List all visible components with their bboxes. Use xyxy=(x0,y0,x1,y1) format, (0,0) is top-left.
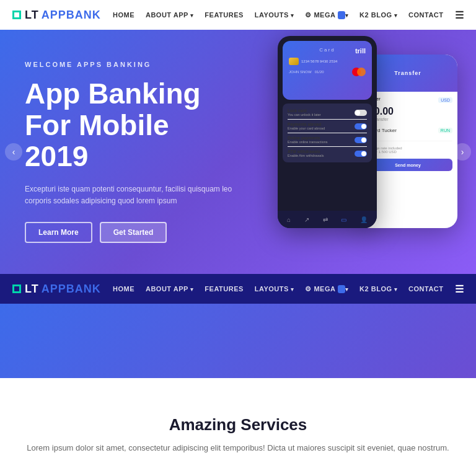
sticky-nav-contact[interactable]: CONTACT xyxy=(408,285,443,293)
online-toggle[interactable] xyxy=(355,137,367,143)
hero-title: App Banking For Mobile 2019 xyxy=(25,78,236,172)
card-chip xyxy=(289,58,299,65)
nav-home[interactable]: HOME xyxy=(113,11,134,19)
setting-online-sub: Enable online transactions xyxy=(288,140,328,144)
card-number: 1234 5678 9430 2534 xyxy=(301,60,337,63)
nav-layouts[interactable]: LAYOUTS xyxy=(255,11,294,19)
get-started-button[interactable]: Get Started xyxy=(100,222,167,243)
hero-content: WELCOME APPS BANKING App Banking For Mob… xyxy=(0,30,260,274)
hero-description: Excepturi iste quam potenti consequuntur… xyxy=(25,183,236,207)
sticky-nav-links: HOME ABOUT APP FEATURES LAYOUTS ⚙ MEGA K… xyxy=(113,283,464,295)
sticky-nav-features[interactable]: FEATURES xyxy=(205,285,243,293)
sticky-nav-layouts[interactable]: LAYOUTS xyxy=(255,285,294,293)
setting-online: Online payments Enable online transactio… xyxy=(288,133,367,147)
setting-atm-label: ATM withdrawals xyxy=(288,149,324,154)
sticky-nav-home[interactable]: HOME xyxy=(113,285,134,293)
nav-mega[interactable]: ⚙ MEGA xyxy=(305,11,348,19)
phone-nav-transfer: ⇄ xyxy=(323,216,328,223)
sticky-nav-mega[interactable]: ⚙ MEGA xyxy=(305,285,348,293)
hero-prev-arrow[interactable]: ‹ xyxy=(5,143,22,161)
trill-label: trill xyxy=(355,47,366,55)
purple-divider xyxy=(0,304,476,378)
setting-payments-sub: Enable your card abroad xyxy=(288,126,325,130)
learn-more-button[interactable]: Learn More xyxy=(25,222,92,243)
sticky-logo-appbank: APPBANK xyxy=(42,283,101,296)
setting-online-label: Online payments xyxy=(288,136,328,140)
setting-atm: ATM withdrawals Enable Atm withdrawals xyxy=(288,147,367,160)
logo[interactable]: LT APPBANK xyxy=(12,9,101,22)
nav-features[interactable]: FEATURES xyxy=(205,11,243,19)
nav-contact[interactable]: CONTACT xyxy=(408,11,443,19)
setting-lock-sub: You can unlock it later xyxy=(288,113,321,117)
phone-front: Card trill 1234 5678 9430 2534 JOHN SNOW… xyxy=(278,36,377,228)
sticky-logo[interactable]: LT APPBANK xyxy=(12,283,101,296)
hero-buttons: Learn More Get Started xyxy=(25,222,236,243)
services-description: Lorem ipsum dolor sit amet, consectetur … xyxy=(25,442,451,455)
phone-nav-home: ⌂ xyxy=(287,216,291,223)
hero-subtitle: WELCOME APPS BANKING xyxy=(25,61,236,68)
nav-about[interactable]: ABOUT APP xyxy=(146,11,193,19)
services-section: Amazing Services Lorem ipsum dolor sit a… xyxy=(0,378,476,476)
top-navbar: LT APPBANK HOME ABOUT APP FEATURES LAYOU… xyxy=(0,0,476,30)
hero-section: ‹ WELCOME APPS BANKING App Banking For M… xyxy=(0,30,476,274)
services-title: Amazing Services xyxy=(25,415,451,434)
logo-appbank: APPBANK xyxy=(42,9,101,22)
sticky-navbar: LT APPBANK HOME ABOUT APP FEATURES LAYOU… xyxy=(0,274,476,304)
hamburger-icon[interactable]: ☰ xyxy=(455,9,464,21)
sticky-nav-blog[interactable]: K2 BLOG xyxy=(359,285,397,293)
setting-atm-sub: Enable Atm withdrawals xyxy=(288,154,324,157)
logo-square xyxy=(12,11,21,19)
card-holder: JOHN SNOW 01/20 xyxy=(289,70,324,74)
logo-lt: LT xyxy=(25,9,39,22)
phone-nav-chart: ↗ xyxy=(304,216,309,223)
nav-links: HOME ABOUT APP FEATURES LAYOUTS ⚙ MEGA K… xyxy=(113,9,464,21)
hero-next-arrow[interactable]: › xyxy=(454,143,471,161)
card-label: Card xyxy=(289,47,366,53)
sticky-logo-square xyxy=(12,284,21,293)
sticky-mega-badge xyxy=(338,285,345,293)
run-badge: RUN xyxy=(438,128,452,133)
lock-toggle[interactable] xyxy=(355,110,367,116)
setting-lock: Lock card You can unlock it later xyxy=(288,106,367,120)
sticky-hamburger-icon[interactable]: ☰ xyxy=(455,283,464,295)
atm-toggle[interactable] xyxy=(355,151,367,157)
payments-toggle[interactable] xyxy=(355,123,367,130)
nav-blog[interactable]: K2 BLOG xyxy=(359,11,397,19)
phone-nav-profile: 👤 xyxy=(360,216,368,223)
sticky-logo-lt: LT xyxy=(25,283,39,296)
setting-payments: Payments abroad Enable your card abroad xyxy=(288,120,367,133)
phone-nav-card: ▭ xyxy=(341,216,346,223)
phone-bottom-bar: ⌂ ↗ ⇄ ▭ 👤 xyxy=(278,211,377,228)
setting-lock-label: Lock card xyxy=(288,108,321,113)
mega-badge xyxy=(338,11,345,19)
setting-payments-label: Payments abroad xyxy=(288,122,325,126)
hero-phones: Transfer Transfer USD $40.00 Total trans… xyxy=(278,36,457,240)
usd-badge: USD xyxy=(438,97,452,103)
sticky-nav-about[interactable]: ABOUT APP xyxy=(146,285,193,293)
